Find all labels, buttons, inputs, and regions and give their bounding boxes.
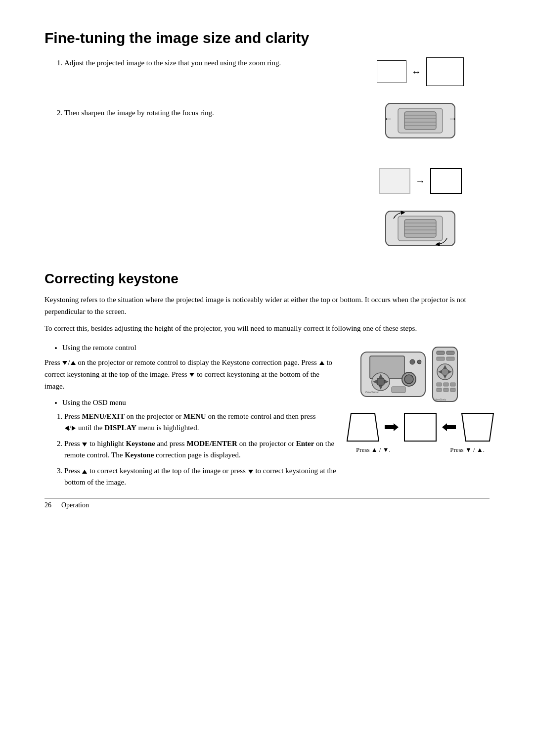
normal-rect-svg (403, 412, 437, 442)
svg-rect-11 (404, 220, 436, 237)
focus-boxes-diagram: → (379, 168, 462, 194)
icon-up-inline2 (319, 361, 324, 365)
page: Fine-tuning the image size and clarity A… (0, 0, 534, 524)
svg-text:←: ← (384, 114, 393, 124)
press-label1: Press ▲ / ▼. (356, 446, 391, 454)
remote-bullet-item: Using the remote control (62, 342, 341, 354)
icon-down-step3 (248, 470, 253, 474)
step2-item: Then sharpen the image by rotating the f… (64, 107, 336, 119)
icon-down-inline (62, 361, 67, 365)
icon-down-inline2 (189, 373, 194, 377)
svg-rect-34 (437, 357, 445, 360)
projector-focus-illustration (376, 204, 465, 253)
osd-bullet-item: Using the OSD menu (62, 397, 341, 408)
step1-text: Adjust the projected image to the size t… (64, 59, 281, 67)
remote-bullet: Using the remote control (44, 342, 341, 354)
keystone-right-col: ViewSonic (351, 342, 490, 454)
zoom-box-small (377, 60, 406, 83)
zoom-arrow: ↔ (411, 66, 421, 78)
displaybold: DISPLAY (104, 424, 136, 432)
icon-up-inline (71, 361, 76, 365)
section1-diagrams: ↔ ← → (351, 57, 490, 255)
press-labels-row: Press ▲ / ▼. Press ▼ / ▲. (351, 446, 490, 454)
section1-steps: Adjust the projected image to the size t… (44, 57, 336, 118)
icon-up-step3 (82, 470, 87, 474)
step2-text: Then sharpen the image by rotating the f… (64, 109, 214, 117)
svg-rect-33 (446, 351, 454, 355)
svg-point-19 (417, 360, 421, 364)
projector-zoom-svg: ← → (376, 96, 465, 147)
svg-marker-52 (442, 423, 456, 431)
focus-box-sharp (430, 168, 462, 194)
arrow-left-ks (442, 422, 456, 432)
svg-point-37 (442, 368, 448, 375)
svg-rect-32 (437, 351, 445, 355)
section2-title: Correcting keystone (44, 271, 490, 287)
osd-step3: Press to correct keystoning at the top o… (64, 465, 341, 488)
osd-bullet: Using the OSD menu (44, 397, 341, 408)
menuexitbold: MENU/EXIT (82, 412, 125, 420)
svg-rect-51 (404, 413, 436, 441)
section1-text: Adjust the projected image to the size t… (44, 57, 336, 125)
osd-step1: Press MENU/EXIT on the projector or MENU… (64, 411, 341, 433)
svg-rect-29 (392, 387, 405, 393)
svg-rect-28 (377, 378, 384, 385)
trap-wide-bottom-svg (346, 412, 380, 442)
svg-rect-44 (450, 383, 455, 386)
keystonebold: Keystone (126, 440, 155, 447)
footer-label: Operation (61, 501, 89, 509)
enterbold: Enter (296, 440, 314, 447)
section1-title: Fine-tuning the image size and clarity (44, 30, 490, 46)
svg-rect-42 (437, 383, 442, 386)
section2-intro2: To correct this, besides adjusting the h… (44, 322, 490, 334)
modeenterbold: MODE/ENTER (186, 440, 237, 447)
zoom-boxes-diagram: ↔ (377, 57, 464, 86)
press-label2: Press ▼ / ▲. (450, 446, 485, 454)
svg-text:ViewSonic: ViewSonic (365, 391, 379, 394)
svg-rect-35 (446, 357, 454, 360)
svg-marker-53 (462, 413, 493, 441)
svg-marker-50 (385, 423, 399, 431)
osd-steps: Press MENU/EXIT on the projector or MENU… (44, 411, 341, 488)
keystonebold2: Keystone (125, 451, 154, 459)
svg-text:→: → (448, 114, 457, 124)
menubold: MENU (183, 412, 206, 420)
osd-bullet-label: Using the OSD menu (62, 399, 126, 406)
trap-wide-top-svg (461, 412, 494, 442)
keystone-shapes-row (346, 412, 494, 442)
remote-bullet-label: Using the remote control (62, 344, 136, 352)
svg-rect-43 (444, 383, 448, 386)
svg-text:ViewSonic: ViewSonic (435, 398, 446, 401)
svg-rect-46 (444, 388, 448, 392)
arrow-right-ks (385, 422, 399, 432)
focus-arrow: → (415, 176, 425, 187)
svg-point-18 (410, 359, 415, 364)
svg-marker-49 (347, 413, 379, 441)
keystone-text-col: Using the remote control Press / on the … (44, 342, 341, 494)
step1-item: Adjust the projected image to the size t… (64, 57, 336, 69)
zoom-box-large (426, 57, 464, 86)
icon-right-inline (72, 426, 76, 431)
focus-box-blurry (379, 168, 410, 194)
remote-para: Press / on the projector or remote contr… (44, 356, 341, 392)
svg-rect-45 (437, 388, 442, 392)
keystone-shapes-area: Press ▲ / ▼. Press ▼ / ▲. (351, 412, 490, 454)
icon-down-step2 (82, 443, 87, 446)
projector-remote-illustration: ViewSonic (356, 342, 485, 406)
svg-point-21 (404, 375, 413, 384)
section1-content: Adjust the projected image to the size t… (44, 57, 490, 255)
svg-rect-47 (450, 388, 455, 392)
projector-zoom-illustration: ← → (376, 96, 465, 145)
section2-intro1: Keystoning refers to the situation where… (44, 294, 490, 317)
icon-left-inline (65, 426, 69, 431)
svg-rect-2 (404, 112, 436, 130)
osd-step2: Press to highlight Keystone and press MO… (64, 438, 341, 460)
projector-focus-svg (376, 204, 465, 255)
keystone-main: Using the remote control Press / on the … (44, 342, 490, 494)
footer-page-num: 26 (44, 501, 51, 509)
page-footer: 26 Operation (44, 498, 490, 509)
